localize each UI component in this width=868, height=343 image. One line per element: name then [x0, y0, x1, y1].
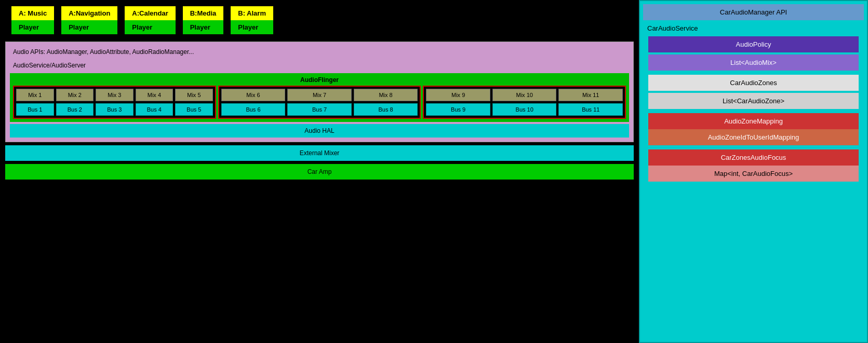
mix-item-0-1: Mix 2: [56, 89, 94, 101]
audio-layers: Audio APIs: AudioManager, AudioAttribute…: [5, 42, 634, 142]
player-card-bottom-3: Player: [183, 20, 224, 34]
bus-item-0-2: Bus 3: [96, 103, 133, 116]
audioflinger-label: AudioFlinger: [13, 76, 626, 84]
player-card-2: A:Calendar Player: [124, 5, 176, 35]
car-audio-service-label: CarAudioService: [643, 22, 864, 34]
external-mixer-layer: External Mixer: [5, 145, 634, 161]
car-amp-text: Car Amp: [308, 168, 332, 175]
bus-item-2-1: Bus 10: [492, 103, 557, 116]
audio-zone-mapping-section: AudioZoneMapping AudioZoneIdToUserIdMapp…: [648, 113, 859, 145]
mix-item-2-2: Mix 11: [558, 89, 623, 101]
car-amp-layer: Car Amp: [5, 164, 634, 180]
audioservice-layer: AudioService/AudioServer: [10, 60, 629, 71]
zone-box-1: Mix 6Mix 7Mix 8Bus 6Bus 7Bus 8: [218, 86, 421, 119]
mix-item-2-1: Mix 10: [492, 89, 557, 101]
api-layer: Audio APIs: AudioManager, AudioAttribute…: [10, 46, 629, 58]
bus-item-1-1: Bus 7: [287, 103, 352, 116]
bus-item-1-0: Bus 6: [221, 103, 286, 116]
player-cards-row: A: Music Player A:Navigation Player A:Ca…: [10, 5, 634, 35]
zone-box-2: Mix 9Mix 10Mix 11Bus 9Bus 10Bus 11: [423, 86, 626, 119]
audio-zone-mapping: AudioZoneMapping: [648, 113, 859, 129]
api-layer-text: Audio APIs: AudioManager, AudioAttribute…: [13, 48, 194, 56]
audioservice-text: AudioService/AudioServer: [13, 62, 86, 69]
audio-zone-id-mapping: AudioZoneIdToUserIdMapping: [648, 129, 859, 145]
mix-item-0-2: Mix 3: [96, 89, 133, 101]
car-audio-manager-api: CarAudioManager API: [643, 4, 864, 20]
bus-item-0-3: Bus 4: [136, 103, 173, 116]
player-card-0: A: Music Player: [10, 5, 55, 35]
bus-item-0-4: Bus 5: [175, 103, 213, 116]
mix-item-0-0: Mix 1: [16, 89, 54, 101]
car-audio-zones: CarAudioZones: [648, 75, 859, 91]
zones-row: Mix 1Mix 2Mix 3Mix 4Mix 5Bus 1Bus 2Bus 3…: [13, 86, 626, 119]
player-card-bottom-0: Player: [11, 20, 54, 34]
player-card-top-4: B: Alarm: [231, 6, 273, 20]
car-zones-audio-focus: CarZonesAudioFocus: [648, 149, 859, 166]
bus-item-2-2: Bus 11: [558, 103, 623, 116]
mix-item-2-0: Mix 9: [426, 89, 490, 101]
audioflinger-wrapper: AudioFlinger Mix 1Mix 2Mix 3Mix 4Mix 5Bu…: [10, 73, 629, 122]
player-card-top-1: A:Navigation: [61, 6, 117, 20]
mix-item-1-2: Mix 8: [354, 89, 418, 101]
zone-box-0: Mix 1Mix 2Mix 3Mix 4Mix 5Bus 1Bus 2Bus 3…: [13, 86, 216, 119]
mix-item-0-3: Mix 4: [136, 89, 173, 101]
bus-item-0-0: Bus 1: [16, 103, 54, 116]
car-zones-audio-focus-section: CarZonesAudioFocus Map<int, CarAudioFocu…: [648, 149, 859, 182]
audio-hal-text: Audio HAL: [304, 127, 334, 134]
bus-item-0-1: Bus 2: [56, 103, 94, 116]
map-car-audio-focus: Map<int, CarAudioFocus>: [648, 166, 859, 182]
mix-item-1-1: Mix 7: [287, 89, 352, 101]
player-card-1: A:Navigation Player: [60, 5, 118, 35]
right-panel: CarAudioManager API CarAudioService Audi…: [639, 0, 868, 343]
bus-item-2-0: Bus 9: [426, 103, 490, 116]
audio-policy: AudioPolicy: [648, 36, 859, 52]
main-diagram: A: Music Player A:Navigation Player A:Ca…: [0, 0, 639, 343]
mix-item-1-0: Mix 6: [221, 89, 286, 101]
bus-item-1-2: Bus 8: [354, 103, 418, 116]
player-card-bottom-2: Player: [125, 20, 175, 34]
player-card-top-3: B:Media: [183, 6, 224, 20]
player-card-3: B:Media Player: [182, 5, 225, 35]
mix-item-0-4: Mix 5: [175, 89, 213, 101]
list-audiomix: List<AudioMix>: [648, 54, 859, 71]
player-card-4: B: Alarm Player: [230, 5, 274, 35]
player-card-bottom-1: Player: [61, 20, 117, 34]
player-card-top-2: A:Calendar: [125, 6, 175, 20]
list-car-audio-zone: List<CarAudioZone>: [648, 93, 859, 109]
player-card-bottom-4: Player: [231, 20, 273, 34]
player-card-top-0: A: Music: [11, 6, 54, 20]
audio-hal-layer: Audio HAL: [10, 124, 629, 138]
external-mixer-text: External Mixer: [300, 149, 340, 157]
